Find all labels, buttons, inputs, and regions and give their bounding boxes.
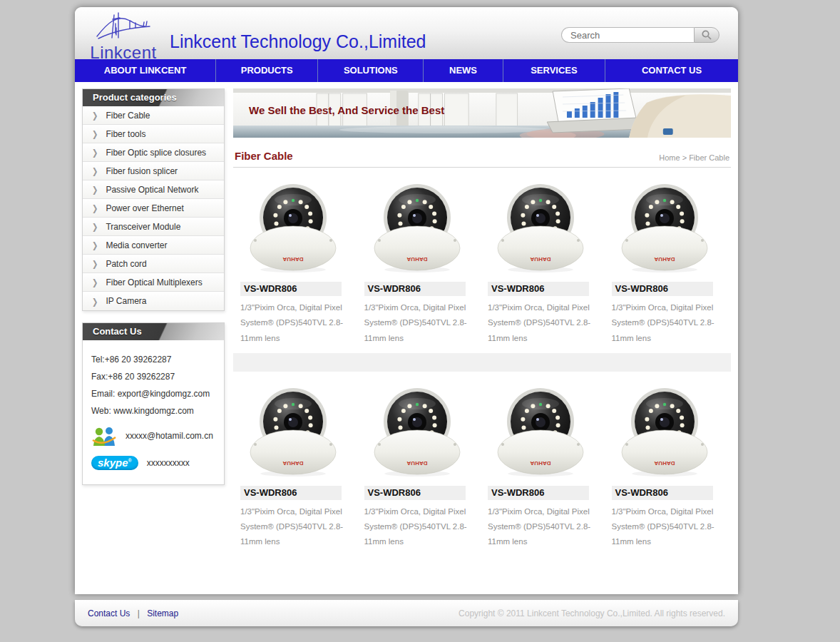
product-card[interactable]: VS-WDR806 1/3"Pixim Orca, Digital Pixel …: [606, 379, 730, 554]
contact-web: Web: www.kingdomgz.com: [91, 406, 215, 416]
site-header: Linkcent Linkcent Technology Co.,Limited: [75, 7, 738, 59]
sidebar-item-transceiver-module[interactable]: ❯Transceiver Module: [83, 218, 224, 236]
product-description: 1/3"Pixim Orca, Digital Pixel System® (D…: [612, 300, 720, 346]
sidebar-item-fiber-optical-multiplexers[interactable]: ❯Fiber Optical Multiplexers: [83, 273, 224, 292]
sidebar-item-power-over-ethernet[interactable]: ❯Power over Ethernet: [83, 199, 224, 218]
category-label: Fiber fusion splicer: [106, 166, 178, 176]
banner-slogan: We Sell the Best, And Service the Best: [249, 104, 444, 116]
chevron-right-icon: ❯: [92, 240, 98, 250]
nav-solutions[interactable]: SOLUTIONS: [317, 59, 423, 82]
sidebar-item-fiber-fusion-splicer[interactable]: ❯Fiber fusion splicer: [83, 162, 224, 180]
product-description: 1/3"Pixim Orca, Digital Pixel System® (D…: [240, 504, 349, 550]
product-card[interactable]: VS-WDR806 1/3"Pixim Orca, Digital Pixel …: [482, 175, 606, 350]
search-button[interactable]: [694, 27, 719, 43]
dome-camera-image: [491, 176, 590, 276]
msn-address: xxxxx@hotamil.com.cn: [126, 431, 213, 441]
footer-separator: |: [138, 608, 140, 618]
chevron-right-icon: ❯: [92, 185, 98, 194]
row-separator: [233, 353, 731, 372]
site-container: Linkcent Linkcent Technology Co.,Limited…: [75, 7, 738, 594]
skype-row: skype® xxxxxxxxxx: [91, 456, 215, 470]
sidebar-item-media-converter[interactable]: ❯Media converter: [83, 236, 224, 255]
magnifier-icon: [701, 29, 712, 41]
category-label: IP Camera: [106, 296, 146, 306]
product-description: 1/3"Pixim Orca, Digital Pixel System® (D…: [240, 300, 349, 346]
main-area: Product categories ❯Fiber Cable ❯Fiber t…: [75, 82, 738, 594]
product-name[interactable]: VS-WDR806: [488, 282, 589, 296]
contact-us-title: Contact Us: [83, 323, 224, 340]
sidebar-item-fiber-cable[interactable]: ❯Fiber Cable: [83, 106, 224, 125]
search-input[interactable]: [561, 27, 694, 43]
sidebar-item-passive-optical-network[interactable]: ❯Passive Optical Network: [83, 180, 224, 199]
company-name: Linkcent Technology Co.,Limited: [170, 31, 426, 52]
product-description: 1/3"Pixim Orca, Digital Pixel System® (D…: [488, 300, 596, 346]
main-nav: ABOUT LINKCENT PRODUCTS SOLUTIONS NEWS S…: [75, 59, 738, 82]
product-name[interactable]: VS-WDR806: [488, 486, 589, 500]
product-description: 1/3"Pixim Orca, Digital Pixel System® (D…: [488, 504, 596, 550]
breadcrumb-separator: >: [682, 153, 687, 162]
breadcrumb-current: Fiber Cable: [689, 153, 729, 162]
product-card[interactable]: VS-WDR806 1/3"Pixim Orca, Digital Pixel …: [606, 175, 730, 350]
category-label: Fiber tools: [106, 129, 145, 139]
product-name[interactable]: VS-WDR806: [612, 486, 713, 500]
skype-id: xxxxxxxxxx: [147, 458, 190, 468]
chevron-right-icon: ❯: [92, 296, 98, 305]
contact-body: Tel:+86 20 39262287 Fax:+86 20 39262287 …: [83, 340, 224, 484]
product-categories-box: Product categories ❯Fiber Cable ❯Fiber t…: [82, 88, 225, 311]
product-name[interactable]: VS-WDR806: [240, 486, 342, 500]
product-row-1: VS-WDR806 1/3"Pixim Orca, Digital Pixel …: [233, 168, 731, 353]
product-description: 1/3"Pixim Orca, Digital Pixel System® (D…: [612, 504, 720, 550]
sidebar-item-fiber-tools[interactable]: ❯Fiber tools: [83, 125, 224, 143]
chevron-right-icon: ❯: [92, 277, 98, 287]
page-title: Fiber Cable: [235, 150, 293, 162]
dome-camera-image: [615, 380, 714, 480]
company-logo[interactable]: Linkcent: [83, 9, 163, 61]
product-name[interactable]: VS-WDR806: [364, 486, 466, 500]
breadcrumb-home-link[interactable]: Home: [659, 153, 680, 162]
chevron-right-icon: ❯: [92, 111, 98, 120]
product-name[interactable]: VS-WDR806: [364, 282, 466, 296]
search-box: [561, 27, 719, 43]
sidebar-item-fiber-optic-splice-closures[interactable]: ❯Fiber Optic splice closures: [83, 143, 224, 162]
logo-wordmark: Linkcent: [83, 45, 163, 61]
product-card[interactable]: VS-WDR806 1/3"Pixim Orca, Digital Pixel …: [359, 175, 483, 350]
sidebar-item-ip-camera[interactable]: ❯IP Camera: [83, 292, 224, 310]
nav-about-linkcent[interactable]: ABOUT LINKCENT: [75, 59, 215, 82]
product-description: 1/3"Pixim Orca, Digital Pixel System® (D…: [364, 300, 473, 346]
product-card[interactable]: VS-WDR806 1/3"Pixim Orca, Digital Pixel …: [235, 379, 359, 554]
contact-tel: Tel:+86 20 39262287: [91, 355, 215, 365]
chevron-right-icon: ❯: [92, 222, 98, 231]
contact-fax: Fax:+86 20 39262287: [91, 372, 215, 382]
footer-sitemap-link[interactable]: Sitemap: [147, 608, 178, 618]
product-card[interactable]: VS-WDR806 1/3"Pixim Orca, Digital Pixel …: [359, 379, 483, 554]
dome-camera-image: [491, 380, 590, 480]
category-label: Fiber Optic splice closures: [106, 148, 206, 158]
category-label: Media converter: [106, 240, 167, 250]
category-list: ❯Fiber Cable ❯Fiber tools ❯Fiber Optic s…: [83, 106, 224, 310]
sidebar-item-patch-cord[interactable]: ❯Patch cord: [83, 255, 224, 273]
nav-products[interactable]: PRODUCTS: [215, 59, 317, 82]
page-title-row: Fiber Cable Home > Fiber Cable: [235, 150, 729, 162]
dome-camera-image: [367, 176, 467, 276]
nav-news[interactable]: NEWS: [423, 59, 503, 82]
category-label: Fiber Optical Multiplexers: [106, 277, 202, 287]
copyright-text: Copyright © 2011 Linkcent Technology Co.…: [459, 608, 725, 618]
category-label: Passive Optical Network: [106, 185, 198, 195]
product-card[interactable]: VS-WDR806 1/3"Pixim Orca, Digital Pixel …: [482, 379, 606, 554]
chevron-right-icon: ❯: [92, 203, 98, 213]
chevron-right-icon: ❯: [92, 129, 98, 138]
dome-camera-image: [243, 176, 343, 276]
product-name[interactable]: VS-WDR806: [612, 282, 713, 296]
product-name[interactable]: VS-WDR806: [240, 282, 342, 296]
category-label: Patch cord: [106, 259, 146, 269]
content-area: We Sell the Best, And Service the Best F…: [233, 88, 731, 594]
nav-contact-us[interactable]: CONTACT US: [605, 59, 738, 82]
product-row-2: VS-WDR806 1/3"Pixim Orca, Digital Pixel …: [233, 372, 731, 557]
chevron-right-icon: ❯: [92, 259, 98, 268]
hero-banner: We Sell the Best, And Service the Best: [233, 88, 731, 138]
product-card[interactable]: VS-WDR806 1/3"Pixim Orca, Digital Pixel …: [235, 175, 359, 350]
nav-services[interactable]: SERVICES: [503, 59, 605, 82]
chevron-right-icon: ❯: [92, 166, 98, 175]
site-footer: Contact Us | Sitemap Copyright © 2011 Li…: [75, 600, 738, 626]
footer-contact-us-link[interactable]: Contact Us: [88, 608, 130, 618]
